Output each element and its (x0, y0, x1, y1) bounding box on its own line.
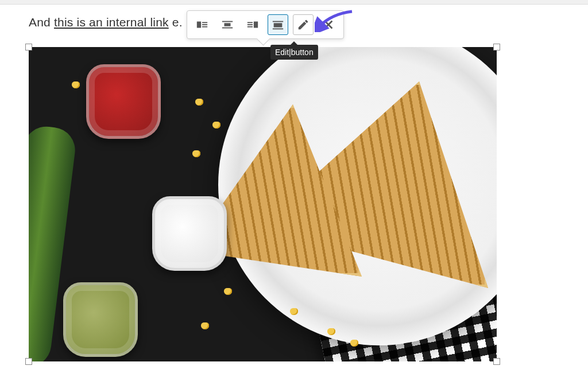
sauce-cup-white (152, 196, 227, 271)
paragraph-suffix: e. (172, 15, 183, 29)
corn-kernel (350, 340, 358, 347)
selected-image[interactable] (29, 47, 497, 361)
align-left-icon (196, 18, 208, 31)
svg-rect-13 (273, 28, 283, 29)
pencil-icon (297, 18, 310, 31)
align-left-button[interactable] (192, 14, 212, 35)
paragraph-prefix: And (29, 15, 54, 29)
align-none-button[interactable] (268, 14, 288, 35)
svg-rect-7 (254, 22, 258, 28)
svg-rect-11 (273, 21, 283, 22)
svg-rect-6 (222, 28, 233, 29)
svg-rect-9 (247, 24, 253, 25)
tooltip-text: Edit|button (275, 48, 314, 57)
align-none-icon (272, 18, 284, 31)
corn-kernel (201, 322, 209, 329)
corn-kernel (195, 99, 203, 106)
corn-kernel (224, 288, 232, 295)
align-right-icon (246, 18, 259, 31)
app-top-bar (0, 0, 588, 5)
svg-rect-8 (247, 22, 253, 23)
svg-rect-3 (202, 26, 207, 28)
corn-kernel (192, 150, 200, 157)
align-center-button[interactable] (217, 14, 238, 35)
corn-kernel (290, 308, 298, 315)
resize-handle-bottom-right[interactable] (493, 358, 500, 365)
tooltip: Edit|button (270, 45, 318, 60)
corn-kernel (212, 122, 220, 129)
svg-rect-10 (247, 26, 253, 28)
image-content (29, 47, 497, 361)
align-center-icon (221, 18, 234, 31)
internal-link[interactable]: this is an internal link (54, 15, 169, 29)
sauce-cup-red (86, 64, 161, 139)
svg-rect-1 (202, 22, 207, 23)
resize-handle-top-right[interactable] (493, 44, 500, 50)
svg-rect-2 (202, 24, 207, 25)
resize-handle-top-left[interactable] (25, 44, 32, 50)
edit-button[interactable] (293, 14, 314, 35)
corn-kernel (327, 328, 335, 335)
align-right-button[interactable] (242, 14, 263, 35)
svg-rect-5 (225, 23, 231, 26)
annotation-arrow (315, 8, 355, 32)
svg-rect-12 (274, 23, 283, 27)
resize-handle-bottom-left[interactable] (25, 358, 32, 365)
svg-rect-0 (197, 22, 201, 28)
sauce-cup-green (63, 282, 138, 357)
svg-rect-4 (222, 21, 233, 22)
corn-kernel (72, 81, 80, 88)
